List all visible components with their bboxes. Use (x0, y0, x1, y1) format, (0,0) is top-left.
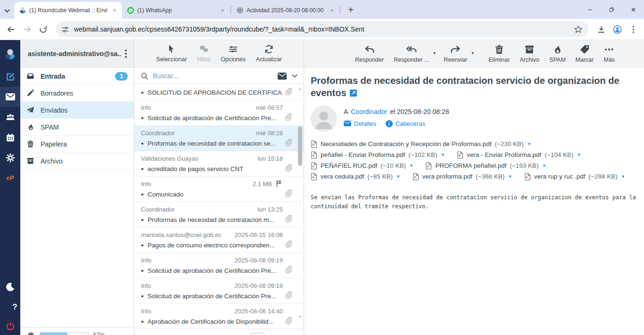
unread-badge: 1 (115, 72, 128, 81)
bookmark-star-icon[interactable] (574, 25, 583, 34)
forward-button[interactable]: Reenviar ▾ (444, 44, 467, 63)
attachment-chip[interactable]: vera proforma.pdf (~368 KB) ▾ (413, 173, 512, 180)
unread-dot: • (141, 318, 144, 326)
sidebar-item-papelera[interactable]: Papelera (20, 136, 134, 153)
threads-button[interactable]: Hilos (197, 44, 210, 68)
select-button[interactable]: Seleccionar (156, 44, 187, 68)
attachment-row: vera cedula.pdf (~85 KB) ▾ vera proforma… (311, 173, 635, 180)
options-button[interactable]: Opciones (221, 44, 246, 68)
account-menu-icon[interactable] (121, 49, 131, 59)
reply-all-button[interactable]: Responder ... ▾ (394, 44, 429, 63)
site-settings-icon[interactable] (61, 25, 69, 33)
downloads-button[interactable] (593, 21, 609, 37)
message-list-pane: Seleccionar Hilos Opciones Actualizar (134, 40, 304, 335)
restore-button[interactable] (601, 0, 622, 19)
compose-button[interactable] (0, 66, 20, 87)
browser-tab-actividad[interactable]: Actividad 2025-08-20 08:00:00 (231, 2, 339, 19)
address-bar[interactable]: webmail.sanjuan.gob.ec/cpsess6426731059/… (56, 21, 588, 37)
settings-nav-button[interactable] (0, 147, 20, 168)
browser-tab-whatsapp[interactable]: (1) WhatsApp (122, 2, 230, 19)
delete-button[interactable]: Eliminar (488, 44, 510, 63)
tab-title: (1) Roundcube Webmail :: Envia (29, 7, 107, 14)
new-tab-button[interactable]: + (344, 3, 358, 17)
attachment-chip[interactable]: PROFORMA peñafiel.pdf (~193 KB) ▾ (425, 162, 545, 170)
calendar-nav-button[interactable] (0, 127, 20, 147)
dark-mode-button[interactable] (0, 277, 20, 297)
url-text[interactable]: webmail.sanjuan.gob.ec/cpsess6426731059/… (74, 25, 570, 33)
reply-all-caret-icon[interactable]: ▾ (433, 50, 436, 56)
tab-close-icon[interactable] (328, 7, 336, 15)
attachment-menu-caret-icon[interactable]: ▾ (410, 163, 413, 169)
attachment-chip[interactable]: vera rup y ruc .pdf (~298 KB) ▾ (524, 173, 625, 180)
search-input[interactable] (153, 72, 273, 80)
sidebar-item-archivo[interactable]: Archivo (20, 153, 134, 170)
message-list-item[interactable]: Info 2025-08-08 09:19 • Solicitud de apr… (134, 253, 304, 278)
contacts-nav-button[interactable] (0, 107, 20, 127)
attachment-menu-caret-icon[interactable]: ▾ (509, 173, 512, 180)
attachment-menu-caret-icon[interactable]: ▾ (543, 163, 545, 169)
scrollbar-thumb[interactable] (298, 126, 302, 166)
scroll-up-arrow[interactable]: ▲ (297, 87, 303, 91)
external-link-icon[interactable] (350, 90, 357, 97)
minimize-button[interactable] (579, 0, 601, 19)
details-toggle[interactable]: Detalles (344, 120, 376, 127)
search-scope-envelope-icon[interactable] (278, 73, 287, 80)
reload-button[interactable] (35, 21, 51, 37)
browser-tab-roundcube[interactable]: (1) Roundcube Webmail :: Envia (14, 2, 122, 19)
tab-close-icon[interactable] (218, 7, 226, 15)
tab-search-chevron-icon[interactable] (0, 3, 14, 19)
help-button[interactable]: ? (0, 297, 20, 317)
spam-button[interactable]: SPAM (549, 44, 566, 63)
whatsapp-favicon-icon (127, 7, 134, 14)
recipient-link[interactable]: Coordinador (351, 108, 387, 115)
back-button[interactable] (3, 21, 19, 37)
message-list-item[interactable]: Info 2.1 MB • Comunicado (134, 177, 304, 202)
message-list-item[interactable]: Info mié 08:57 • Solicitud de aprobación… (134, 100, 304, 126)
message-list-item[interactable]: maricela.santos@cnel.gob.ec 2025-08-15 1… (134, 228, 304, 253)
attachment-chip[interactable]: vera cedula.pdf (~85 KB) ▾ (311, 173, 400, 180)
forward-button[interactable] (19, 21, 35, 37)
cpanel-logo-icon[interactable]: cP (0, 168, 20, 188)
mark-button[interactable]: Marcar (576, 44, 594, 63)
message-list-item[interactable]: Info 2025-08-08 09:18 • Solicitud de apr… (134, 278, 304, 304)
attachment-chip[interactable]: Necesidades de Contratación y Recepción … (311, 140, 530, 148)
attachment-menu-caret-icon[interactable]: ▾ (528, 141, 531, 147)
attachment-chip[interactable]: vera - Enviar Proforma.pdf (~104 KB) ▾ (457, 151, 580, 159)
attachment-menu-caret-icon[interactable]: ▾ (578, 152, 581, 158)
message-list-item[interactable]: Validaciones Guayas lun 15:18 • acredita… (134, 151, 304, 177)
message-date: 2025-08-08 09:18 (234, 282, 283, 289)
message-list-item[interactable]: Coordinador mié 08:28 • Proformas de nec… (134, 126, 304, 151)
attachment-chip[interactable]: peñafiel - Enviar Proforma.pdf (~102 KB)… (311, 151, 444, 159)
search-options-chevron-icon[interactable] (292, 74, 297, 78)
flag-icon (275, 180, 283, 188)
archive-button[interactable]: Archivo (520, 44, 539, 63)
message-list-item[interactable]: Info 2025-08-06 14:40 • Aprobación de Ce… (134, 304, 304, 329)
logout-button[interactable] (0, 317, 20, 335)
attachment-menu-caret-icon[interactable]: ▾ (397, 173, 400, 180)
sidebar-item-enviados[interactable]: Enviados (20, 102, 134, 119)
sidebar-item-borradores[interactable]: Borradores (20, 85, 134, 102)
more-button[interactable]: Más (603, 44, 615, 63)
sidebar-item-spam[interactable]: SPAM (20, 119, 134, 136)
tab-close-icon[interactable] (110, 7, 118, 15)
attachment-chip[interactable]: PEÑAFIEL RUC.pdf (~10 KB) ▾ (311, 162, 413, 170)
mail-nav-button[interactable] (0, 87, 20, 107)
app-rail: cP ? (0, 40, 20, 335)
close-window-button[interactable] (622, 0, 644, 19)
refresh-button[interactable]: Actualizar (256, 44, 282, 68)
browser-menu-button[interactable] (625, 21, 641, 37)
reply-button[interactable]: Responder (355, 44, 384, 63)
forward-caret-icon[interactable]: ▾ (471, 50, 474, 56)
pdf-icon (524, 173, 531, 180)
attachment-menu-caret-icon[interactable]: ▾ (622, 173, 625, 180)
profile-button[interactable] (609, 21, 625, 37)
attachment-menu-caret-icon[interactable]: ▾ (442, 152, 445, 158)
message-list-item[interactable]: • SOLICITUD DE APROBACION DE CERTIFICA..… (134, 84, 304, 100)
headers-toggle[interactable]: Cabeceras (386, 120, 425, 127)
scroll-down-arrow[interactable]: ▼ (297, 315, 303, 319)
list-scrollbar[interactable]: ▲ ▼ (297, 84, 303, 322)
message-list-item[interactable]: Coordinador lun 13:25 • Proformas de nec… (134, 202, 304, 228)
sidebar-item-entrada[interactable]: Entrada 1 (20, 68, 134, 85)
search-icon[interactable] (140, 72, 149, 80)
page-number-input[interactable] (250, 333, 265, 335)
